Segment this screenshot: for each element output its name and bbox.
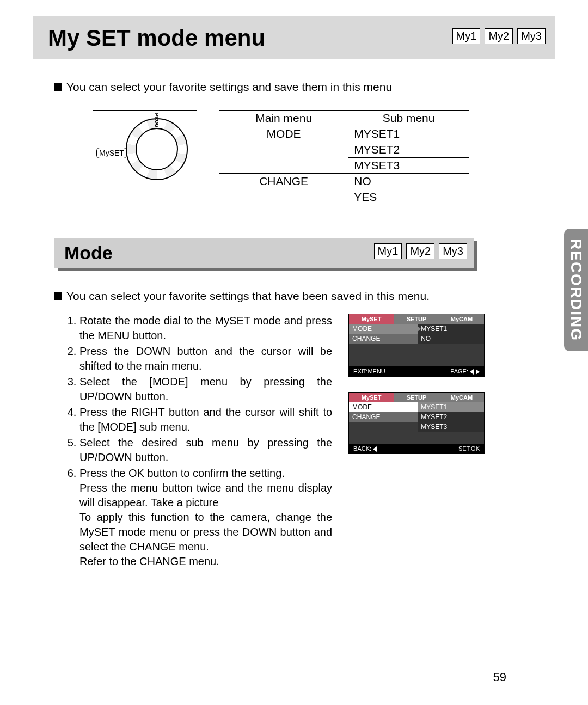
sub-yes: YES — [348, 189, 469, 205]
mode-badges: My1 My2 My3 — [374, 243, 467, 259]
lcd1-page: PAGE: — [450, 368, 480, 375]
sub-myset2: MYSET2 — [348, 142, 469, 158]
dial-myset-label: MySET — [96, 148, 127, 158]
lcd-screenshot-2: MySET SETUP MyCAM MODE MYSET1 CHANGE MYS… — [348, 392, 485, 454]
mode-badge-my3: My3 — [439, 243, 467, 259]
step-2: Press the DOWN button and the cursor wil… — [79, 344, 332, 373]
intro-line: You can select your favorite settings an… — [54, 81, 561, 94]
sub-myset3: MYSET3 — [348, 158, 469, 174]
lcd2-row2-right: MYSET2 — [418, 412, 484, 422]
menu-table: Main menu Sub menu MODE MYSET1 MYSET2 MY… — [219, 110, 469, 205]
main-mode: MODE — [219, 126, 348, 174]
lcd2-tab-myset: MySET — [349, 393, 394, 402]
bullet-icon — [54, 292, 62, 300]
mode-dial-illustration: PROG MySET — [93, 110, 197, 198]
lcd2-set: SET:OK — [458, 445, 480, 452]
steps-list: Rotate the mode dial to the MySET mode a… — [65, 314, 332, 570]
title-badges: My1 My2 My3 — [452, 28, 546, 44]
lcd1-exit: EXIT:MENU — [353, 368, 385, 375]
mode-dial-icon: PROG — [126, 118, 188, 180]
mode-section-title: Mode — [64, 242, 113, 263]
lcd2-row2-left: CHANGE — [349, 412, 418, 422]
badge-my2: My2 — [485, 28, 513, 44]
step-5: Select the desired sub menu by pressing … — [79, 436, 332, 465]
lcd2-row1-right: MYSET1 — [418, 402, 484, 412]
lcd2-row3-left — [349, 422, 418, 432]
recording-side-tab: RECORDING — [564, 229, 588, 351]
step-1: Rotate the mode dial to the MySET mode a… — [79, 314, 332, 343]
lcd2-row3-right: MYSET3 — [418, 422, 484, 432]
lcd1-row1-right: MYSET1 — [418, 324, 484, 334]
left-arrow-icon — [470, 369, 474, 375]
step-6: Press the OK button to confirm the setti… — [79, 466, 332, 569]
left-arrow-icon — [373, 446, 377, 452]
bullet-icon — [54, 83, 62, 91]
mode-intro-line: You can select your favorite settings th… — [54, 290, 561, 303]
th-main: Main menu — [219, 111, 348, 126]
lcd1-row2-right: NO — [418, 334, 484, 344]
lcd-screenshot-1: MySET SETUP MyCAM MODE MYSET1 CHANGE NO — [348, 314, 485, 377]
mode-intro-text: You can select your favorite settings th… — [66, 290, 430, 303]
lcd2-tab-mycam: MyCAM — [439, 393, 484, 402]
sub-myset1: MYSET1 — [348, 126, 469, 142]
th-sub: Sub menu — [348, 111, 469, 126]
lcd1-tab-mycam: MyCAM — [439, 314, 484, 324]
step-4: Press the RIGHT button and the cursor wi… — [79, 405, 332, 434]
mode-badge-my2: My2 — [406, 243, 434, 259]
page-number: 59 — [493, 670, 506, 684]
main-change: CHANGE — [219, 174, 348, 205]
sub-no: NO — [348, 174, 469, 189]
page-title-band: My SET mode menu My1 My2 My3 — [33, 16, 555, 59]
lcd1-row2-left: CHANGE — [349, 334, 418, 344]
page-title: My SET mode menu — [48, 25, 265, 51]
lcd1-tab-setup: SETUP — [394, 314, 439, 324]
lcd1-row1-left: MODE — [349, 324, 418, 334]
intro-text: You can select your favorite settings an… — [66, 81, 392, 94]
step-3: Select the [MODE] menu by pressing the U… — [79, 375, 332, 404]
lcd2-tab-setup: SETUP — [394, 393, 439, 402]
right-arrow-icon — [476, 369, 480, 375]
badge-my3: My3 — [517, 28, 546, 44]
mode-badge-my1: My1 — [374, 243, 402, 259]
lcd1-tab-myset: MySET — [349, 314, 394, 324]
lcd2-row1-left: MODE — [349, 402, 418, 412]
lcd2-back: BACK: — [353, 445, 378, 452]
badge-my1: My1 — [452, 28, 481, 44]
mode-section-bar: Mode My1 My2 My3 — [54, 238, 474, 268]
